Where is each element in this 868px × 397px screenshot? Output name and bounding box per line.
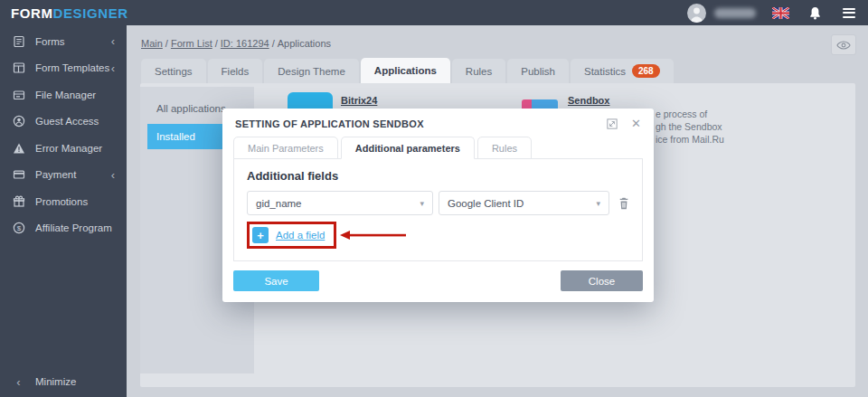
- breadcrumb-separator: /: [272, 38, 275, 49]
- annotation-arrow-icon: [340, 230, 407, 241]
- logo-text-form: FORM: [11, 5, 53, 21]
- sidebar-item-file-manager[interactable]: File Manager: [0, 81, 127, 109]
- filter-label: Installed: [156, 131, 195, 142]
- tab-applications[interactable]: Applications: [361, 58, 450, 83]
- sidebar-item-promotions[interactable]: Promotions: [0, 188, 127, 215]
- breadcrumb-link-form-list[interactable]: Form List: [171, 38, 212, 49]
- error-manager-icon: [12, 141, 25, 155]
- delete-field-button[interactable]: [618, 197, 629, 210]
- select-value: gid_name: [256, 198, 302, 209]
- tab-label: Publish: [521, 66, 555, 77]
- add-a-field-link[interactable]: Add a field: [276, 230, 325, 241]
- sidebar-item-label: File Manager: [35, 90, 115, 100]
- sendbox-app-link[interactable]: Sendbox: [568, 95, 609, 106]
- username-blurred[interactable]: [714, 8, 756, 18]
- modal-tab-rules[interactable]: Rules: [477, 137, 532, 159]
- sidebar-item-label: Error Manager: [35, 143, 115, 154]
- hamburger-menu-icon[interactable]: [843, 8, 855, 18]
- close-icon[interactable]: ✕: [631, 118, 641, 129]
- tab-label: Statistics: [584, 66, 626, 77]
- breadcrumb-current: Applications: [278, 38, 331, 49]
- plus-icon[interactable]: +: [252, 227, 269, 243]
- modal-tab-panel: Additional fields gid_name ▾ Google Clie…: [233, 158, 643, 261]
- tab-fields[interactable]: Fields: [208, 59, 263, 83]
- modal-title: SETTING OF APPLICATION SENDBOX: [235, 118, 424, 129]
- field-name-select[interactable]: gid_name ▾: [247, 191, 433, 215]
- minimize-label: Minimize: [35, 376, 76, 387]
- breadcrumb-link-form-id[interactable]: ID: 161294: [221, 38, 269, 49]
- filter-label: All applications: [156, 103, 226, 114]
- tab-settings[interactable]: Settings: [141, 59, 206, 83]
- section-title: Additional fields: [247, 169, 629, 183]
- save-button[interactable]: Save: [233, 270, 319, 291]
- sidebar-item-payment[interactable]: Payment ‹: [0, 162, 127, 189]
- chevron-left-icon: ‹: [111, 62, 115, 74]
- sidebar-item-forms[interactable]: Forms ‹: [0, 28, 127, 55]
- description-line: ice from Mail.Ru: [656, 133, 724, 146]
- add-field-annotated-row: + Add a field: [247, 222, 629, 249]
- tab-statistics[interactable]: Statistics 268: [571, 59, 674, 83]
- forms-icon: [12, 34, 25, 48]
- sidebar-nav: Forms ‹ Form Templates ‹ File Manager Gu…: [0, 25, 127, 241]
- modal-footer: Save Close: [233, 270, 643, 291]
- sidebar-item-label: Payment: [35, 169, 111, 180]
- sidebar-item-affiliate-program[interactable]: $ Affiliate Program: [0, 215, 127, 242]
- sidebar-item-label: Promotions: [35, 196, 115, 207]
- sidebar-item-error-manager[interactable]: Error Manager: [0, 135, 127, 162]
- modal-header: SETTING OF APPLICATION SENDBOX ✕: [222, 109, 654, 136]
- sidebar-item-label: Form Templates: [35, 62, 111, 73]
- form-templates-icon: [12, 61, 25, 75]
- bitrix24-app-link[interactable]: Bitrix24: [341, 95, 377, 106]
- sidebar-item-label: Forms: [35, 36, 111, 47]
- application-settings-modal: SETTING OF APPLICATION SENDBOX ✕ Main Pa…: [222, 109, 654, 302]
- person-icon: [687, 4, 706, 23]
- breadcrumb-link-main[interactable]: Main: [141, 38, 163, 49]
- description-line: gh the Sendbox: [656, 120, 724, 133]
- sidebar-item-guest-access[interactable]: Guest Access: [0, 109, 127, 136]
- preview-button[interactable]: [831, 34, 856, 55]
- tab-label: Design Theme: [278, 66, 345, 77]
- payment-icon: [12, 168, 25, 182]
- modal-tab-main-parameters[interactable]: Main Parameters: [233, 137, 338, 159]
- modal-header-icons: ✕: [607, 118, 641, 129]
- parameter-select[interactable]: Google Client ID ▾: [439, 191, 609, 215]
- tab-design-theme[interactable]: Design Theme: [264, 59, 359, 83]
- modal-tabs: Main Parameters Additional parameters Ru…: [222, 137, 654, 158]
- modal-tab-label: Main Parameters: [248, 143, 324, 154]
- affiliate-program-icon: $: [12, 222, 25, 235]
- statistics-count-badge: 268: [632, 64, 660, 78]
- file-manager-icon: [12, 88, 25, 101]
- description-line: e process of: [656, 108, 724, 120]
- sidebar-item-label: Guest Access: [35, 116, 115, 127]
- user-avatar[interactable]: [687, 4, 706, 23]
- tab-label: Applications: [374, 65, 437, 76]
- sidebar-minimize-button[interactable]: ‹ Minimize: [0, 366, 127, 397]
- logo-text-designer: DESIGNER: [53, 5, 128, 21]
- tab-rules[interactable]: Rules: [452, 59, 505, 83]
- expand-modal-icon[interactable]: [607, 118, 618, 129]
- sidebar: Forms ‹ Form Templates ‹ File Manager Gu…: [0, 25, 127, 397]
- breadcrumb-separator: /: [165, 38, 168, 49]
- notifications-bell-icon[interactable]: [809, 6, 821, 20]
- sidebar-item-form-templates[interactable]: Form Templates ‹: [0, 55, 127, 82]
- additional-field-row: gid_name ▾ Google Client ID ▾: [247, 191, 629, 215]
- tab-label: Settings: [155, 66, 193, 77]
- topbar-right-cluster: [687, 4, 859, 23]
- modal-tab-additional-parameters[interactable]: Additional parameters: [341, 137, 475, 159]
- sidebar-item-label: Affiliate Program: [35, 222, 115, 233]
- tab-publish[interactable]: Publish: [507, 59, 569, 83]
- breadcrumb-separator: /: [215, 38, 218, 49]
- tab-label: Fields: [222, 66, 250, 77]
- chevron-left-icon: ‹: [111, 169, 115, 181]
- tab-label: Rules: [466, 66, 492, 77]
- language-flag-icon[interactable]: [772, 7, 789, 19]
- close-button[interactable]: Close: [561, 270, 643, 291]
- guest-access-icon: [12, 115, 25, 128]
- trash-icon: [618, 197, 629, 210]
- chevron-left-icon: ‹: [12, 376, 25, 388]
- preview-eye-icon: [836, 41, 851, 50]
- form-tabs: Settings Fields Design Theme Application…: [141, 58, 675, 83]
- chevron-left-icon: ‹: [111, 35, 115, 47]
- breadcrumb: Main/Form List/ID: 161294/Applications: [141, 38, 331, 49]
- chevron-down-icon: ▾: [596, 199, 600, 208]
